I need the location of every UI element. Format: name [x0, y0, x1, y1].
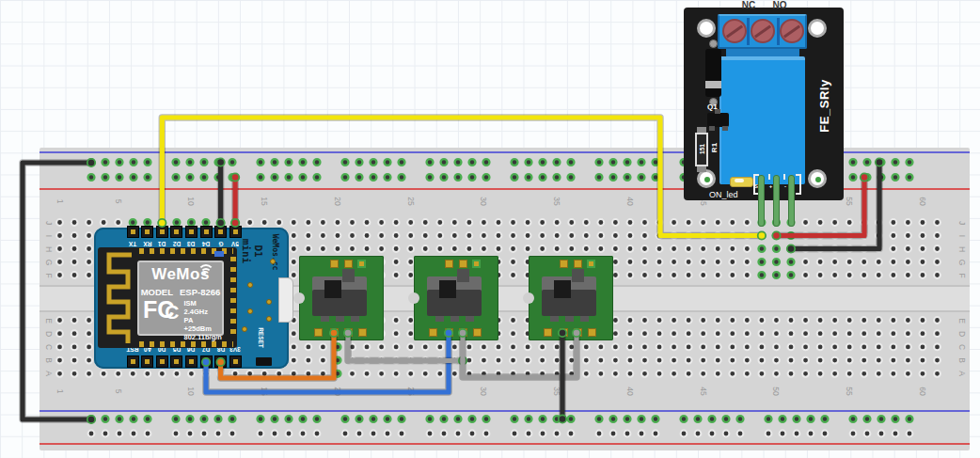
wire-wemos-g-to-neg-rail-black[interactable] — [216, 158, 224, 227]
wire-relay-plus-to-pos-rail-red[interactable] — [772, 173, 868, 239]
circuit-canvas: 1155101015152020252530303535404045455050… — [0, 0, 980, 458]
wire-switch3-to-neg-rail-black[interactable] — [559, 329, 566, 423]
wire-rail-bridge-left-black[interactable] — [23, 159, 95, 423]
wires-layer — [0, 0, 980, 458]
wire-wemos-d1-to-relay-s-yellow[interactable] — [158, 118, 766, 240]
wire-wemos-d8-to-switch1-orange[interactable] — [216, 329, 338, 378]
wire-wemos-5v-to-pos-rail-red[interactable] — [231, 173, 239, 227]
